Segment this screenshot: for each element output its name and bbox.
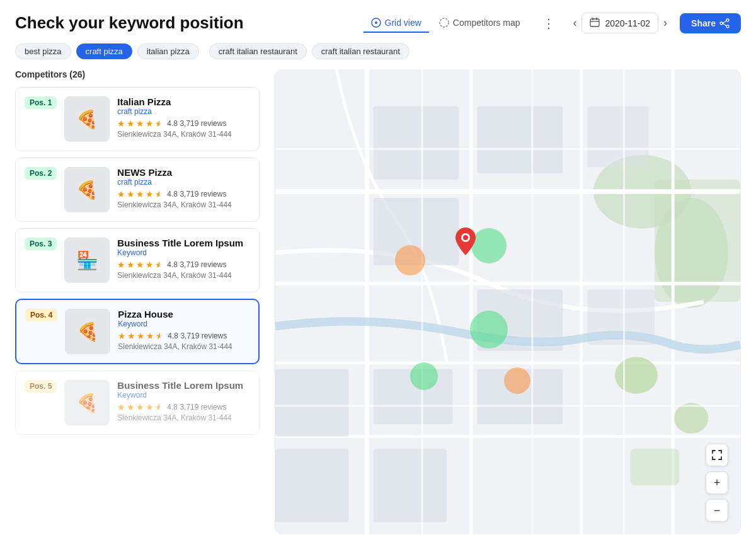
more-menu-button[interactable]: ⋮ xyxy=(537,13,560,33)
fullscreen-button[interactable] xyxy=(706,444,728,466)
map-dot-4 xyxy=(504,367,530,394)
competitor-image-0: 🍕 xyxy=(64,96,110,142)
competitor-name-4: Business Title Lorem Ipsum xyxy=(117,380,250,391)
competitor-name-2: Business Title Lorem Ipsum xyxy=(117,238,250,248)
competitor-card-2[interactable]: Pos. 3 🏪 Business Title Lorem Ipsum Keyw… xyxy=(15,228,260,292)
competitor-address-2: Sienkiewicza 34A, Kraków 31-444 xyxy=(117,271,250,280)
competitor-address-0: Sienkiewicza 34A, Kraków 31-444 xyxy=(117,130,250,139)
date-value: 2020-11-02 xyxy=(605,18,650,28)
position-badge-0: Pos. 1 xyxy=(25,96,57,109)
competitor-card-3[interactable]: Pos. 4 🍕 Pizza House Keyword ★ ★ ★ ★ ★★ … xyxy=(15,299,260,364)
svg-rect-27 xyxy=(477,106,563,173)
position-badge-2: Pos. 3 xyxy=(25,238,57,250)
map-area[interactable]: + − xyxy=(275,69,741,534)
map-icon xyxy=(439,18,449,28)
competitor-info-0: Italian Pizza craft pizza ★ ★ ★ ★ ★★ 4.8… xyxy=(117,96,250,139)
competitor-keyword-0: craft pizza xyxy=(117,107,250,116)
svg-line-10 xyxy=(723,21,726,23)
svg-rect-31 xyxy=(275,369,349,437)
competitor-address-1: Sienkiewicza 34A, Kraków 31-444 xyxy=(117,200,250,209)
position-badge-4: Pos. 5 xyxy=(25,380,57,393)
competitor-image-3: 🍕 xyxy=(65,309,110,354)
keyword-tag-0[interactable]: best pizza xyxy=(15,43,71,59)
competitor-image-4: 🍕 xyxy=(64,380,110,425)
date-picker[interactable]: 2020-11-02 xyxy=(581,13,658,33)
share-button[interactable]: Share xyxy=(680,13,741,33)
competitor-keyword-3: Keyword xyxy=(118,320,249,328)
next-date-button[interactable]: › xyxy=(661,14,670,32)
competitor-stars-1: ★ ★ ★ ★ ★★ 4.8 3,719 reviews xyxy=(117,189,250,199)
competitor-address-3: Sienkiewicza 34A, Kraków 31-444 xyxy=(118,342,249,351)
keyword-tag-2[interactable]: italian pizza xyxy=(137,43,199,59)
map-background xyxy=(275,69,741,534)
competitor-name-3: Pizza House xyxy=(118,309,249,320)
share-icon xyxy=(719,18,730,28)
competitor-stars-4: ★ ★ ★ ★ ★★ 4.8 3,719 reviews xyxy=(117,402,250,412)
svg-rect-3 xyxy=(590,19,599,26)
tab-grid[interactable]: Grid view xyxy=(364,14,429,33)
svg-point-9 xyxy=(720,22,723,25)
map-marker-selected xyxy=(454,227,477,255)
svg-rect-38 xyxy=(630,449,679,485)
competitor-name-0: Italian Pizza xyxy=(117,96,250,107)
zoom-out-button[interactable]: − xyxy=(706,499,728,522)
view-tabs: Grid view Competitors map xyxy=(364,14,528,33)
competitor-stars-3: ★ ★ ★ ★ ★★ 4.8 3,719 reviews xyxy=(118,331,249,341)
zoom-in-button[interactable]: + xyxy=(706,471,728,494)
map-dot-3 xyxy=(410,362,438,390)
svg-rect-29 xyxy=(587,106,648,167)
competitor-keyword-1: craft pizza xyxy=(117,178,250,187)
page-title: Check your keyword position xyxy=(15,13,244,33)
competitor-info-3: Pizza House Keyword ★ ★ ★ ★ ★★ 4.8 3,719… xyxy=(118,309,249,351)
competitor-card-4[interactable]: Pos. 5 🍕 Business Title Lorem Ipsum Keyw… xyxy=(15,371,260,435)
position-badge-3: Pos. 4 xyxy=(25,309,57,321)
svg-point-45 xyxy=(463,235,468,240)
competitor-info-4: Business Title Lorem Ipsum Keyword ★ ★ ★… xyxy=(117,380,250,422)
competitor-info-1: NEWS Pizza craft pizza ★ ★ ★ ★ ★★ 4.8 3,… xyxy=(117,167,250,209)
svg-rect-25 xyxy=(373,106,459,180)
date-navigation: ‹ 2020-11-02 › xyxy=(570,13,670,33)
competitors-sidebar: Competitors (26) Pos. 1 🍕 Italian Pizza … xyxy=(15,69,267,547)
competitor-keyword-4: Keyword xyxy=(117,391,250,400)
svg-point-36 xyxy=(615,357,658,393)
keyword-tags: best pizza craft pizza italian pizza cra… xyxy=(15,43,741,59)
svg-rect-35 xyxy=(373,449,447,522)
competitor-image-1: 🍕 xyxy=(64,167,110,212)
position-badge-1: Pos. 2 xyxy=(25,167,57,180)
map-dot-2 xyxy=(470,311,508,348)
map-dot-0 xyxy=(395,245,425,275)
svg-point-8 xyxy=(726,25,729,28)
competitor-keyword-2: Keyword xyxy=(117,248,250,257)
svg-point-1 xyxy=(375,21,377,24)
competitor-stars-2: ★ ★ ★ ★ ★★ 4.8 3,719 reviews xyxy=(117,260,250,270)
competitor-name-1: NEWS Pizza xyxy=(117,167,250,178)
svg-point-7 xyxy=(726,19,729,21)
svg-point-37 xyxy=(674,403,708,434)
competitor-stars-0: ★ ★ ★ ★ ★★ 4.8 3,719 reviews xyxy=(117,118,250,129)
competitor-image-2: 🏪 xyxy=(64,238,110,283)
svg-line-11 xyxy=(723,23,726,26)
competitor-card-0[interactable]: Pos. 1 🍕 Italian Pizza craft pizza ★ ★ ★… xyxy=(15,87,260,151)
map-controls: + − xyxy=(706,444,728,522)
tab-map[interactable]: Competitors map xyxy=(432,14,528,33)
competitor-info-2: Business Title Lorem Ipsum Keyword ★ ★ ★… xyxy=(117,238,250,280)
keyword-tag-1[interactable]: craft pizza xyxy=(76,43,132,59)
svg-point-2 xyxy=(440,18,449,27)
calendar-icon xyxy=(590,17,600,29)
prev-date-button[interactable]: ‹ xyxy=(570,14,579,32)
grid-icon xyxy=(371,18,381,28)
competitor-card-1[interactable]: Pos. 2 🍕 NEWS Pizza craft pizza ★ ★ ★ ★ … xyxy=(15,158,260,222)
svg-rect-34 xyxy=(275,449,349,522)
keyword-tag-4[interactable]: craft italian restaurant xyxy=(312,43,410,59)
competitors-heading: Competitors (26) xyxy=(15,69,260,79)
competitor-address-4: Sienkiewicza 34A, Kraków 31-444 xyxy=(117,413,250,422)
keyword-tag-3[interactable]: craft italian restaurant xyxy=(209,43,307,59)
